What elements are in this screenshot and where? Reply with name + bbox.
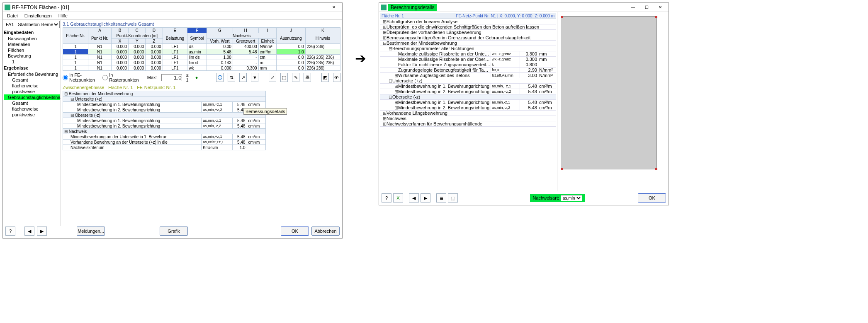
tool-button-3[interactable]: ⬚ [280,73,288,82]
tool-button-b[interactable]: ⬚ [448,193,458,202]
prev-button[interactable]: ◀ [409,193,419,202]
tree-gebrauchstauglichkeit[interactable]: Gebrauchstauglichkeitsnachweis [4,94,60,100]
close-icon-2[interactable]: ✕ [654,4,667,11]
detail-row[interactable]: ⊞Mindestbewehrung in 2. Bewehrungsrichtu… [380,89,556,94]
grafik-button[interactable]: Grafik [160,227,188,236]
tree-bewehrung-1[interactable]: 1 [4,59,60,65]
results-table[interactable]: Fläche Nr. A B C D E F G H I J K P [63,27,340,71]
close-icon[interactable]: ✕ [327,4,340,11]
table-row[interactable]: 1N10.0000.0000.000LF1lim sl0.143-m0.0226… [63,60,340,65]
col-j[interactable]: J [277,28,305,33]
detail-row[interactable]: ⊞Mindestbewehrung in 1. Bewehrungsrichtu… [380,84,556,89]
tree-erf-bewehrung[interactable]: Erforderliche Bewehrung [4,71,60,77]
tool-button-4[interactable]: ✎ [292,73,299,82]
detail-row[interactable]: Zugrundegelegte Betonzugfestigkeit für T… [380,67,556,73]
table-row[interactable]: 1N10.0000.0000.000LF1lim ds1.00-cm0.0226… [63,55,340,60]
tree-materialien[interactable]: Materialien [4,41,60,47]
detail-row[interactable]: Faktor für nichtlineare Zugspannungsvert… [380,62,556,67]
detail-row[interactable]: Maximale zulässige Rissbreite an der Obe… [380,57,556,62]
details-tree[interactable]: Fläche Nr. 1 FE-Netz-Punkt Nr. N1 | X: 0… [379,12,557,191]
col-b[interactable]: B [111,28,128,33]
tree-geb-gesamt[interactable]: Gesamt [4,100,60,106]
next-button[interactable]: ▶ [421,193,430,202]
nav-prev-button[interactable]: ◀ [24,227,34,236]
tree-eingabedaten[interactable]: Eingabedaten [4,29,60,36]
detail-row[interactable]: ⊞Mindestbewehrung in 2. Bewehrungsrichtu… [380,105,556,111]
nachweisart-select[interactable]: as,min [561,195,582,201]
minimize-icon[interactable]: — [626,4,639,11]
tree-erf-gesamt[interactable]: Gesamt [4,77,60,83]
detail-row[interactable]: ⊟Bestimmen der Mindestbewehrung [380,41,556,46]
table-row[interactable]: 1N10.0000.0000.000LF1wk0.0000.300mm0.022… [63,65,340,71]
excel-button[interactable]: X [393,193,403,202]
detail-row[interactable]: ⊞Bemessungsschnittgrößen im Grenzzustand… [380,35,556,41]
ok-button-2[interactable]: OK [638,193,666,202]
tree-ergebnisse[interactable]: Ergebnisse [4,65,60,71]
table-row[interactable]: 1N10.0000.0000.000LF1σs0.00400.00N/mm²0.… [63,44,340,49]
filter-button[interactable]: ▼ [251,73,258,82]
sort-button[interactable]: ⇅ [228,73,235,82]
tree-geb-punktweise[interactable]: punktweise [4,112,60,118]
menu-hilfe[interactable]: Hilfe [57,13,69,19]
detail-row[interactable]: ⊞Nachweisverfahren für Bewehrungsumhülle… [380,121,556,127]
inter-oberseite: ⊟ Oberseite (-z) [63,113,266,118]
detail-row[interactable]: ⊞Mindestbewehrung in 1. Bewehrungsrichtu… [380,100,556,105]
nachweisart-box: Nachweisart: as,min [530,194,585,202]
menu-einstellungen[interactable]: Einstellungen [23,13,53,19]
tree-bewehrung[interactable]: Bewehrung [4,53,60,59]
tool-button-2[interactable]: ⤢ [269,73,276,82]
cancel-button[interactable]: Abbrechen [311,227,340,236]
tree-geb-flaechenweise[interactable]: flächenweise [4,106,60,112]
controls-row: In FE-Netzpunkten In Rasterpunkten Max: … [63,71,340,84]
detail-row[interactable]: ⊟Unterseite (+z) [380,78,556,84]
max-value[interactable] [161,74,182,81]
maximize-icon[interactable]: ☐ [640,4,653,11]
tool-button-a[interactable]: ≣ [436,193,446,202]
radio-raster[interactable]: In Rasterpunkten [102,72,139,82]
col-flaeche-nr[interactable]: Fläche Nr. [63,28,88,44]
info-button[interactable]: ⓘ [216,73,224,82]
detail-row[interactable]: ⊞Vorhandene Längsbewehrung [380,111,556,116]
view-button[interactable]: ◩ [321,73,329,82]
col-c[interactable]: C [129,28,146,33]
radio-fe-netz[interactable]: In FE-Netzpunkten [63,72,98,82]
help-button-2[interactable]: ? [382,193,391,202]
meldungen-button[interactable]: Meldungen... [77,227,105,236]
tree-erf-flaechenweise[interactable]: flächenweise [4,83,60,89]
app-icon [5,5,10,10]
preview-surface[interactable] [562,16,657,169]
detail-row[interactable]: ⊞Überprüfen, ob die einwirkenden Schnitt… [380,24,556,30]
detail-row[interactable]: ⊟Oberseite (-z) [380,94,556,100]
berechnungsdetails-window: Berechnungsdetails — ☐ ✕ Fläche Nr. 1 FE… [379,2,669,205]
col-a[interactable]: A [88,28,112,33]
menu-datei[interactable]: Datei [5,13,19,19]
col-f[interactable]: F [187,28,207,33]
case-combo[interactable]: FA1 - Stahlbeton-Bemessung [4,21,60,28]
col-h[interactable]: H [233,28,258,33]
col-d[interactable]: D [146,28,163,33]
help-button[interactable]: ? [5,227,15,236]
table-row[interactable]: 1N10.0000.0000.000LF1as,min5.485.48cm²/m… [63,49,340,55]
nav-next-button[interactable]: ▶ [37,227,47,236]
detail-row[interactable]: ⊞Wirksame Zugfestigkeit des Betonsfct,ef… [380,73,556,78]
eye-button[interactable]: 👁 [333,73,340,82]
detail-row[interactable]: ⊞Überprüfen der vorhandenen Längsbewehru… [380,30,556,35]
col-i[interactable]: I [258,28,277,33]
tree-flaechen[interactable]: Flächen [4,47,60,53]
intermediate-results-table[interactable]: ⊟ Bestimmen der Mindestbewehrung ⊟ Unter… [63,91,266,150]
col-k[interactable]: K [305,28,340,33]
col-e[interactable]: E [163,28,187,33]
main-panel: 3.1 Gebrauchstauglichkeitsnachweis Gesam… [61,20,342,226]
detail-row[interactable]: Maximale zulässige Rissbreite an der Unt… [380,51,556,57]
tree-basisangaben[interactable]: Basisangaben [4,36,60,41]
detail-row[interactable]: ⊞Schnittgrößen der linearen Analyse [380,19,556,24]
tool-button-1[interactable]: ↗ [239,73,247,82]
detail-row[interactable]: ⊞Nachweis [380,116,556,121]
max-label: Max: [147,75,157,80]
ok-button[interactable]: OK [281,227,309,236]
window-title: RF-BETON Flächen - [01] [12,5,327,10]
print-button[interactable]: 🖶 [304,73,311,82]
tree-erf-punktweise[interactable]: punktweise [4,89,60,94]
detail-row[interactable]: ⊟Berechnungsparameter aller Richtungen [380,46,556,51]
col-g[interactable]: G [207,28,233,33]
